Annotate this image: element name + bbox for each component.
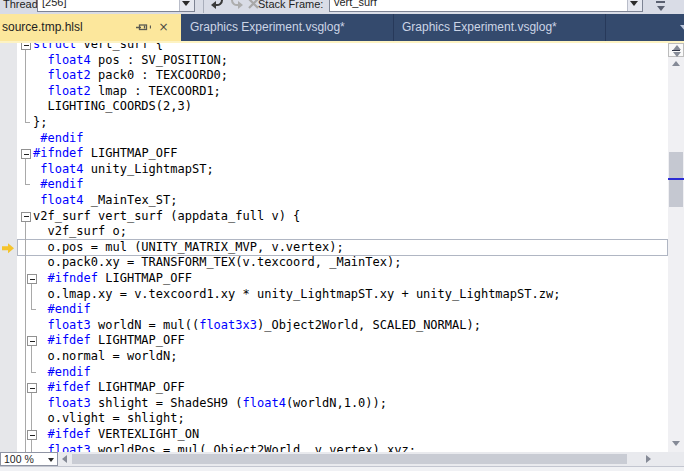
code-line-6[interactable]: }; [33, 115, 47, 131]
scroll-down-arrow-icon[interactable] [672, 441, 680, 446]
chevron-down-icon [630, 1, 638, 6]
scrollbar-caret-marker [668, 178, 684, 180]
window-bottom-strip [0, 466, 684, 471]
tab-title: Graphics Experiment.vsglog* [402, 20, 557, 34]
code-line-10[interactable]: #endif [40, 177, 83, 193]
code-line-2[interactable]: float4 pos : SV_POSITION; [47, 53, 228, 69]
document-tab-bar: source.tmp.hlsl × Graphics Experiment.vs… [0, 14, 684, 41]
thread-combobox[interactable]: [256] [37, 0, 195, 12]
chevron-down-icon [182, 1, 190, 6]
code-line-17[interactable]: o.lmap.xy = v.texcoord1.xy * unity_Light… [47, 287, 560, 303]
code-line-19[interactable]: float3 worldN = mul((float3x3)_Object2Wo… [47, 318, 481, 334]
code-line-24[interactable]: float3 shlight = ShadeSH9 (float4(worldN… [47, 396, 387, 412]
code-line-20[interactable]: #ifdef LIGHTMAP_OFF [47, 333, 184, 349]
code-line-12[interactable]: v2f_surf vert_surf (appdata_full v) { [33, 209, 300, 225]
code-line-7[interactable]: #endif [40, 131, 83, 147]
collapse-region-toggle[interactable] [21, 149, 31, 159]
minus-icon [30, 341, 35, 342]
editor-splitter-handle[interactable] [668, 43, 684, 57]
tab-title: Graphics Experiment.vsglog* [190, 20, 345, 34]
minus-icon [30, 388, 35, 389]
vertical-scrollbar[interactable] [668, 43, 684, 452]
navigate-frame-forward-icon[interactable] [228, 0, 244, 12]
navigate-frame-back-icon[interactable] [210, 0, 226, 12]
code-lines: struct vert_surf {float4 pos : SV_POSITI… [0, 43, 668, 452]
code-line-15[interactable]: o.pack0.xy = TRANSFORM_TEX(v.texcoord, _… [47, 255, 401, 271]
code-line-3[interactable]: float2 pack0 : TEXCOORD0; [47, 68, 228, 84]
collapse-region-toggle[interactable] [27, 274, 37, 284]
outline-guide [25, 50, 30, 123]
minus-icon [24, 154, 29, 155]
code-line-13[interactable]: v2f_surf o; [47, 224, 126, 240]
code-line-1[interactable]: struct vert_surf { [33, 43, 163, 53]
tab-title: source.tmp.hlsl [2, 20, 83, 34]
thread-label: Thread: [3, 0, 41, 10]
scroll-right-arrow-icon[interactable] [646, 455, 651, 463]
chevron-down-icon [48, 458, 54, 462]
code-line-21[interactable]: o.normal = worldN; [47, 349, 177, 365]
outline-guide [25, 222, 26, 452]
chevron-down-icon [657, 6, 665, 11]
code-line-11[interactable]: float4 _MainTex_ST; [40, 193, 177, 209]
minus-icon [30, 435, 35, 436]
code-line-14[interactable]: o.pos = mul (UNITY_MATRIX_MVP, v.vertex)… [47, 240, 343, 256]
zoom-level-value: 100 % [4, 453, 34, 465]
tab-source-tmp-hlsl[interactable]: source.tmp.hlsl × [0, 14, 181, 41]
outline-guide [31, 284, 36, 310]
code-line-26[interactable]: #ifdef VERTEXLIGHT_ON [47, 427, 199, 443]
collapse-region-toggle[interactable] [27, 430, 37, 440]
toolbar-overflow-button[interactable] [654, 0, 668, 14]
minus-icon [24, 216, 29, 217]
current-statement-arrow-icon [2, 243, 14, 253]
tab-graphics-experiment-2[interactable]: Graphics Experiment.vsglog* [394, 14, 606, 41]
horizontal-scroll-thumb[interactable] [72, 454, 627, 464]
outline-guide [31, 346, 36, 372]
collapse-region-toggle[interactable] [27, 336, 37, 346]
code-line-18[interactable]: #endif [47, 302, 90, 318]
code-line-9[interactable]: float4 unity_LightmapST; [40, 162, 213, 178]
thread-value: [256] [42, 0, 66, 8]
close-icon[interactable]: × [155, 19, 172, 36]
code-line-8[interactable]: #ifndef LIGHTMAP_OFF [33, 146, 178, 162]
shader-debugger-window: Thread: [256] Stack Frame: vert_surf sou… [0, 0, 684, 471]
toolbar-separator [203, 0, 204, 13]
horizontal-scrollbar[interactable] [60, 452, 662, 466]
outline-guide [25, 159, 30, 185]
minus-icon [24, 45, 29, 46]
code-line-23[interactable]: #ifdef LIGHTMAP_OFF [47, 380, 184, 396]
code-line-25[interactable]: o.vlight = shlight; [47, 411, 184, 427]
debug-location-toolbar: Thread: [256] Stack Frame: vert_surf [0, 0, 684, 14]
pin-icon[interactable] [135, 19, 152, 36]
code-editor[interactable]: struct vert_surf {float4 pos : SV_POSITI… [0, 43, 684, 452]
scroll-left-arrow-icon[interactable] [62, 455, 67, 463]
editor-bottom-bar: 100 % [0, 452, 684, 466]
collapse-region-toggle[interactable] [21, 43, 31, 50]
code-line-27[interactable]: float3 worldPos = mul(_Object2World, v.v… [47, 443, 415, 452]
minus-icon [30, 279, 35, 280]
chevron-down-icon [680, 25, 684, 31]
tab-graphics-experiment-1[interactable]: Graphics Experiment.vsglog* [182, 14, 394, 41]
stack-frame-value: vert_surf [334, 0, 377, 8]
zoom-level-select[interactable]: 100 % [0, 452, 58, 466]
scroll-up-arrow-icon[interactable] [672, 61, 680, 66]
collapse-region-toggle[interactable] [27, 383, 37, 393]
code-line-16[interactable]: #ifndef LIGHTMAP_OFF [47, 271, 192, 287]
collapse-region-toggle[interactable] [21, 212, 31, 222]
stack-frame-combobox[interactable]: vert_surf [329, 0, 643, 12]
stack-frame-label: Stack Frame: [258, 0, 323, 10]
outline-guide [31, 440, 32, 452]
code-line-22[interactable]: #endif [47, 365, 90, 381]
code-line-5[interactable]: LIGHTING_COORDS(2,3) [47, 99, 192, 115]
code-line-4[interactable]: float2 lmap : TEXCOORD1; [47, 84, 220, 100]
